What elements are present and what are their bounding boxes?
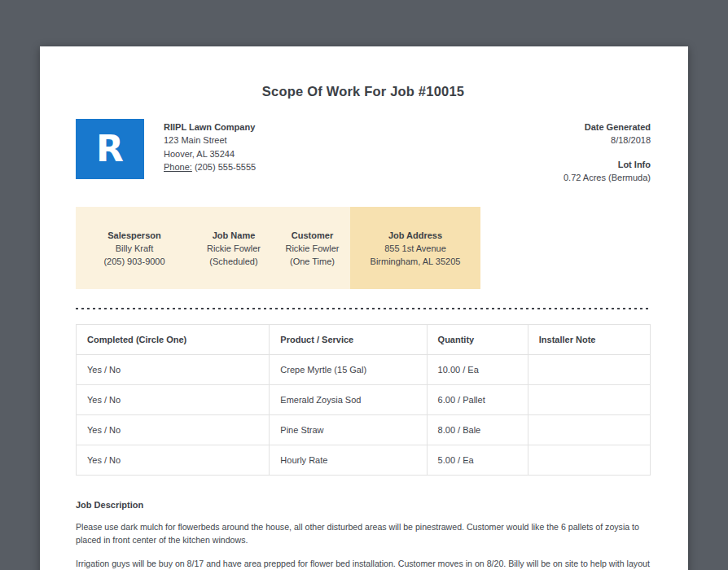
job-name-label: Job Name [196, 229, 271, 242]
cell-product: Crepe Myrtle (15 Gal) [270, 355, 427, 385]
document-header: R RIIPL Lawn Company 123 Main Street Hoo… [76, 119, 651, 184]
table-row: Yes / No Hourly Rate 5.00 / Ea [77, 445, 651, 476]
cell-product: Hourly Rate [270, 445, 427, 476]
lot-info-value: 0.72 Acres (Bermuda) [564, 171, 651, 184]
cell-completed: Yes / No [77, 415, 270, 445]
logo-letter: R [96, 131, 124, 167]
cell-quantity: 5.00 / Ea [427, 445, 528, 476]
job-description-section: Job Description Please use dark mulch fo… [76, 500, 651, 570]
header-completed: Completed (Circle One) [77, 325, 270, 355]
cell-completed: Yes / No [77, 355, 270, 385]
cell-installer-note [528, 415, 650, 445]
job-info-band: Salesperson Billy Kraft (205) 903-9000 J… [76, 207, 480, 289]
job-description-heading: Job Description [76, 500, 651, 510]
dashed-divider [76, 308, 651, 309]
table-row: Yes / No Pine Straw 8.00 / Bale [77, 415, 651, 445]
company-address-line2: Hoover, AL 35244 [164, 147, 256, 160]
job-address-line1: 855 1st Avenue [353, 242, 477, 255]
salesperson-phone: (205) 903-9000 [79, 255, 190, 268]
job-address-line2: Birmingham, AL 35205 [353, 255, 477, 268]
cell-completed: Yes / No [77, 385, 270, 415]
company-address-line1: 123 Main Street [164, 134, 256, 147]
job-description-paragraph-2: Irrigation guys will be buy on 8/17 and … [76, 557, 651, 570]
customer-name: Rickie Fowler [278, 242, 347, 255]
cell-quantity: 10.00 / Ea [427, 355, 528, 385]
phone-label: Phone: [164, 162, 192, 172]
cell-product: Pine Straw [270, 415, 427, 445]
table-header-row: Completed (Circle One) Product / Service… [77, 325, 651, 355]
lot-info-label: Lot Info [564, 158, 651, 171]
info-col-customer: Customer Rickie Fowler (One Time) [274, 207, 350, 289]
job-name-value: Rickie Fowler [196, 242, 271, 255]
job-address-label: Job Address [353, 229, 477, 242]
header-product-service: Product / Service [270, 325, 427, 355]
company-info: RIIPL Lawn Company 123 Main Street Hoove… [164, 119, 256, 173]
cell-quantity: 8.00 / Bale [427, 415, 528, 445]
table-row: Yes / No Crepe Myrtle (15 Gal) 10.00 / E… [77, 355, 651, 385]
page-title: Scope Of Work For Job #10015 [76, 84, 651, 99]
info-col-job-address: Job Address 855 1st Avenue Birmingham, A… [350, 207, 480, 289]
cell-product: Emerald Zoysia Sod [270, 385, 427, 415]
cell-installer-note [528, 385, 650, 415]
job-status: (Scheduled) [196, 255, 271, 268]
info-col-job-name: Job Name Rickie Fowler (Scheduled) [193, 207, 274, 289]
customer-type: (One Time) [278, 255, 347, 268]
info-col-salesperson: Salesperson Billy Kraft (205) 903-9000 [76, 207, 193, 289]
customer-label: Customer [278, 229, 347, 242]
company-logo: R [76, 119, 144, 179]
document-page: Scope Of Work For Job #10015 R RIIPL Law… [40, 46, 688, 570]
company-name: RIIPL Lawn Company [164, 121, 256, 134]
work-table-body: Yes / No Crepe Myrtle (15 Gal) 10.00 / E… [77, 355, 651, 476]
salesperson-label: Salesperson [79, 229, 190, 242]
cell-completed: Yes / No [77, 445, 270, 476]
work-table: Completed (Circle One) Product / Service… [76, 324, 651, 476]
salesperson-name: Billy Kraft [79, 242, 190, 255]
phone-number: (205) 555-5555 [195, 162, 256, 172]
date-generated-label: Date Generated [564, 121, 651, 134]
date-generated-value: 8/18/2018 [564, 134, 651, 147]
table-row: Yes / No Emerald Zoysia Sod 6.00 / Palle… [77, 385, 651, 415]
header-quantity: Quantity [427, 325, 528, 355]
work-table-head: Completed (Circle One) Product / Service… [77, 325, 651, 355]
job-description-paragraph-1: Please use dark mulch for flowerbeds aro… [76, 520, 651, 546]
company-phone: Phone: (205) 555-5555 [164, 160, 256, 173]
document-meta: Date Generated 8/18/2018 Lot Info 0.72 A… [564, 119, 651, 184]
cell-installer-note [528, 355, 650, 385]
cell-quantity: 6.00 / Pallet [427, 385, 528, 415]
cell-installer-note [528, 445, 650, 476]
header-installer-note: Installer Note [528, 325, 650, 355]
